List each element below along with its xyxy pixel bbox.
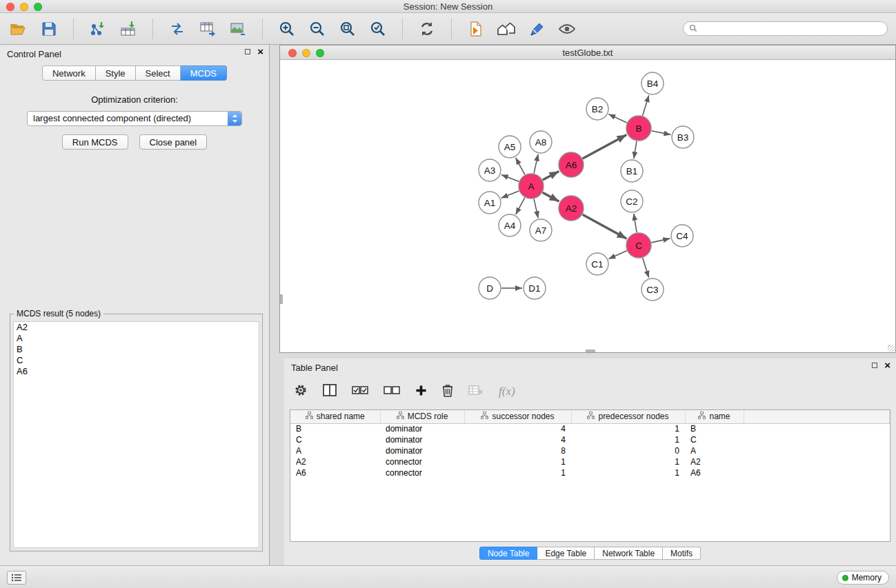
graph-node-B4[interactable]: B4 [641,72,664,94]
graph-edge-A-A1[interactable] [501,191,519,198]
zoom-out-icon[interactable] [307,19,328,39]
criterion-dropdown[interactable]: largest connected component (directed) [27,111,242,126]
export-table-icon[interactable] [197,19,218,39]
graph-edge-B-B2[interactable] [608,114,627,123]
deselect-all-icon[interactable] [384,385,400,398]
tab-select[interactable]: Select [136,65,181,81]
refresh-layout-icon[interactable] [417,19,437,39]
graph-edge-C-C3[interactable] [643,258,649,278]
search-input[interactable] [701,24,882,34]
table-row[interactable]: Bdominator41B [290,423,890,434]
tab-edge-table[interactable]: Edge Table [537,547,595,560]
graph-node-C2[interactable]: C2 [621,190,643,212]
tab-mcds[interactable]: MCDS [181,65,227,81]
graph-node-B[interactable]: B [626,116,651,141]
close-panel-icon[interactable]: × [257,48,263,55]
show-columns-icon[interactable] [323,384,337,399]
column-header-predecessor-nodes[interactable]: predecessor nodes [571,410,685,423]
graph-node-C4[interactable]: C4 [671,225,693,247]
graph-edge-C-C4[interactable] [652,239,670,243]
vertical-scrollbar-thumb[interactable] [280,294,283,304]
table-row[interactable]: A6connector11A6 [290,467,890,478]
graph-edge-A6-B[interactable] [583,135,627,159]
graph-node-A4[interactable]: A4 [499,214,521,236]
tab-style[interactable]: Style [96,65,136,81]
table-row[interactable]: Adominator80A [290,445,890,456]
graph-node-A7[interactable]: A7 [530,219,552,241]
export-document-icon[interactable] [466,19,486,39]
clone-network-icon[interactable] [167,19,188,39]
graph-node-C1[interactable]: C1 [586,253,608,275]
mcds-result-item[interactable]: A2 [14,322,259,333]
graph-edge-A-A2[interactable] [543,192,559,201]
float-table-panel-icon[interactable] [872,363,877,368]
column-header-mcds-role[interactable]: MCDS role [380,410,464,423]
graph-node-D1[interactable]: D1 [524,277,546,299]
mcds-result-item[interactable]: A [14,333,259,344]
graph-edge-A-A6[interactable] [543,171,559,180]
import-table-icon[interactable] [118,19,139,39]
tab-network-table[interactable]: Network Table [595,547,663,560]
graph-node-A5[interactable]: A5 [499,136,521,158]
svg-text:B1: B1 [626,166,638,176]
graph-edge-A-A7[interactable] [534,199,538,219]
graph-edge-C-C1[interactable] [608,251,626,259]
save-session-icon[interactable] [39,19,59,39]
table-row[interactable]: Cdominator41C [290,434,890,445]
open-session-icon[interactable] [8,19,29,39]
graph-edge-B-B4[interactable] [643,95,649,116]
memory-button[interactable]: Memory [837,571,889,585]
close-table-panel-icon[interactable]: × [884,362,890,369]
table-row[interactable]: A2connector11A2 [290,456,890,467]
import-network-icon[interactable] [88,19,108,39]
tab-motifs[interactable]: Motifs [663,547,701,560]
graph-node-C3[interactable]: C3 [641,278,664,301]
table-settings-gear-icon[interactable] [294,383,308,400]
eye-icon[interactable] [557,19,577,39]
graph-node-B1[interactable]: B1 [621,160,643,182]
graph-edge-C-C2[interactable] [634,214,637,232]
close-panel-button[interactable]: Close panel [139,134,208,150]
search-field[interactable] [683,21,888,36]
graph-node-A[interactable]: A [519,174,544,199]
style-brush-icon[interactable] [526,19,547,39]
graph-node-A1[interactable]: A1 [479,192,501,214]
zoom-fit-icon[interactable] [337,19,358,39]
graph-node-B3[interactable]: B3 [672,126,694,148]
column-header-successor-nodes[interactable]: successor nodes [464,410,571,423]
mcds-result-item[interactable]: C [14,355,259,366]
graph-edge-B-B1[interactable] [634,141,637,159]
graph-edge-A-A4[interactable] [516,198,525,215]
column-header-shared-name[interactable]: shared name [290,410,380,423]
home-icon[interactable] [496,19,517,39]
graph-node-C[interactable]: C [626,233,651,258]
show-log-console-button[interactable] [7,571,26,585]
graph-node-B2[interactable]: B2 [586,98,608,120]
graph-node-D[interactable]: D [479,277,501,299]
delete-column-trash-icon[interactable] [442,384,453,400]
zoom-selected-icon[interactable] [368,19,388,39]
mcds-result-item[interactable]: A6 [14,366,259,377]
column-header-name[interactable]: name [685,410,744,423]
mcds-result-item[interactable]: B [14,344,259,355]
graph-edge-A-A3[interactable] [501,174,519,181]
graph-edge-B-B3[interactable] [652,131,671,135]
graph-edge-A-A8[interactable] [534,154,538,174]
graph-node-A3[interactable]: A3 [479,159,501,181]
run-mcds-button[interactable]: Run MCDS [62,134,128,150]
graph-edge-A2-C[interactable] [583,214,627,239]
resize-grip[interactable] [888,345,895,352]
add-column-icon[interactable] [415,385,427,399]
float-panel-icon[interactable] [245,49,250,54]
graph-node-A8[interactable]: A8 [530,131,552,153]
zoom-in-icon[interactable] [277,19,297,39]
tab-network[interactable]: Network [42,65,96,81]
select-all-icon[interactable] [352,385,368,398]
export-image-icon[interactable] [228,19,248,39]
tab-node-table[interactable]: Node Table [479,547,538,560]
graph-node-A2[interactable]: A2 [559,196,584,221]
graph-node-A6[interactable]: A6 [559,152,584,177]
horizontal-scrollbar-thumb[interactable] [586,349,595,352]
graph-edge-A-A5[interactable] [516,158,525,175]
network-canvas[interactable]: B4B2BB3A5A8A6A3B1AC2A1A2A4A7C4CC1C3DD1 [280,60,895,352]
